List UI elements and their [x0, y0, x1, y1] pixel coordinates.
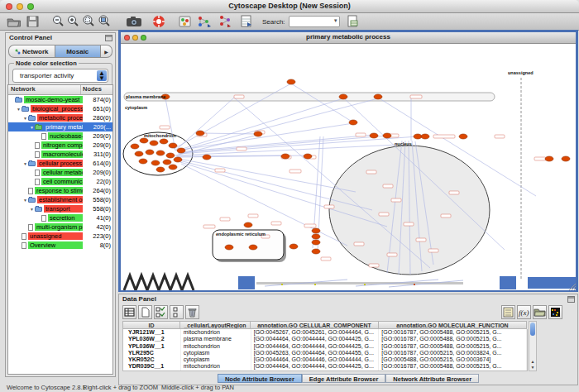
table-scrollbar[interactable]: ▲▼	[529, 321, 537, 371]
graph-node[interactable]	[545, 156, 553, 161]
form-icon[interactable]	[501, 305, 515, 319]
graph-node[interactable]	[169, 165, 177, 170]
tree-header-network[interactable]: Network	[8, 85, 81, 94]
tab-mosaic[interactable]: Mosaic	[55, 45, 102, 58]
graph-node[interactable]	[151, 160, 160, 165]
tree-row[interactable]: unassigned223(0)	[8, 232, 112, 241]
expand-arrow-icon[interactable]: ▼	[29, 125, 35, 130]
graph-node[interactable]	[160, 139, 168, 144]
tree-row[interactable]: multi-organism pro42(0)	[8, 222, 112, 232]
graph-node[interactable]	[249, 245, 257, 250]
tab-overflow-button[interactable]: ▶	[101, 45, 112, 58]
open-folder-icon[interactable]	[7, 15, 22, 28]
tree-header-nodes[interactable]: Nodes	[81, 85, 112, 94]
graph-node[interactable]	[349, 120, 357, 125]
network-canvas[interactable]: plasma membrane cytoplasm mitochondrion …	[121, 44, 576, 290]
table-row[interactable]: YPL036W__2plasma membrane[GO:0044464, GO…	[123, 336, 527, 342]
tree-row[interactable]: secretion41(0)	[8, 213, 112, 222]
graph-node[interactable]	[459, 134, 467, 139]
graph-node[interactable]	[135, 151, 143, 156]
graph-node[interactable]	[146, 150, 154, 155]
unselect-attributes-icon[interactable]	[170, 305, 184, 319]
column-header[interactable]: _cellularLayoutRegion	[180, 321, 251, 329]
search-input[interactable]: ▼	[289, 16, 340, 27]
graph-node[interactable]	[156, 167, 165, 172]
column-header[interactable]: annotation.GO CELLULAR_COMPONENT	[251, 321, 379, 329]
tree-row[interactable]: cellular metabol209(0)	[8, 168, 112, 177]
network-layout-icon[interactable]	[218, 15, 232, 28]
expand-arrow-icon[interactable]: ▼	[16, 107, 22, 112]
minimap-bar[interactable]	[528, 277, 576, 289]
annotation-import-icon[interactable]	[347, 15, 359, 28]
zoom-in-icon[interactable]	[67, 15, 79, 28]
graph-node[interactable]	[370, 133, 378, 138]
network-frame-titlebar[interactable]: primary metabolic process	[121, 32, 576, 44]
graph-node[interactable]	[225, 245, 233, 250]
tree-row[interactable]: ▼establishment of lo558(0)	[8, 195, 112, 204]
graph-node[interactable]	[150, 141, 158, 146]
tree-row[interactable]: macromolecule311(0)	[8, 150, 112, 159]
expand-arrow-icon[interactable]: ▼	[22, 116, 28, 121]
table-row[interactable]: YDR039C__1mitochondrion[GO:0044464, GO:0…	[123, 363, 527, 370]
graph-node[interactable]	[383, 133, 391, 138]
graph-node[interactable]	[166, 153, 175, 158]
graph-node[interactable]	[177, 148, 185, 153]
tree-row[interactable]: response to stimulu264(0)	[8, 186, 112, 195]
table-row[interactable]: YLR295Ccytoplasm[GO:0045263, GO:0044464,…	[123, 350, 527, 356]
expand-arrow-icon[interactable]: ▼	[29, 207, 35, 212]
table-row[interactable]: YKR052Ccytoplasm[GO:0044464, GO:0044446,…	[123, 356, 527, 363]
graph-node[interactable]	[139, 159, 147, 164]
delete-attribute-icon[interactable]	[185, 305, 199, 319]
tree-row[interactable]: ▼primary metabol209(...	[8, 122, 112, 131]
tree-row[interactable]: cell communicati22(0)	[8, 177, 112, 186]
graph-node[interactable]	[203, 155, 211, 160]
graph-node[interactable]	[174, 157, 182, 162]
graph-node[interactable]	[131, 144, 139, 149]
tree-row[interactable]: ▼metabolic process280(0)	[8, 113, 112, 122]
tab-network[interactable]: Network	[8, 45, 55, 58]
formula-icon[interactable]: f(x)	[517, 305, 531, 319]
graph-node[interactable]	[339, 94, 347, 99]
graph-node[interactable]	[562, 156, 570, 161]
minimap-handle-right[interactable]	[500, 276, 516, 289]
graph-node[interactable]	[163, 160, 171, 165]
expand-arrow-icon[interactable]: ▼	[22, 161, 28, 166]
tree-row[interactable]: ▼cellular process614(0)	[8, 159, 112, 168]
data-panel-float-icon[interactable]	[567, 296, 575, 303]
vizmapper-icon[interactable]	[179, 15, 191, 28]
column-header[interactable]: ID	[122, 321, 180, 329]
graph-node[interactable]	[374, 94, 382, 99]
tree-row[interactable]: nucleobase-co209(0)	[8, 131, 112, 141]
import-folder-icon[interactable]	[533, 305, 547, 319]
zoom-fit-icon[interactable]	[98, 15, 111, 28]
scrollbar-arrows-icon[interactable]: ▲▼	[529, 359, 536, 370]
scrollbar-thumb[interactable]	[530, 323, 535, 336]
zoom-selected-icon[interactable]	[82, 15, 95, 28]
search-dropdown-icon[interactable]: ▼	[333, 18, 338, 23]
graph-node[interactable]	[414, 134, 422, 139]
save-icon[interactable]	[26, 15, 39, 28]
graph-node[interactable]	[244, 222, 252, 227]
graph-node[interactable]	[156, 151, 165, 155]
table-row[interactable]: YJR121W__1mitochondrion[GO:0045267, GO:0…	[123, 329, 527, 336]
tree-row[interactable]: mosaic-demo-yeast874(0)	[8, 95, 112, 104]
color-attribute-select[interactable]: transporter activity ▲▼	[12, 69, 108, 83]
graph-node[interactable]	[254, 131, 262, 136]
expand-arrow-icon[interactable]: ▼	[22, 198, 28, 203]
graph-node[interactable]	[312, 240, 320, 245]
zoom-out-icon[interactable]	[52, 15, 65, 28]
graph-node[interactable]	[281, 154, 290, 159]
minimap-handle-left[interactable]	[238, 276, 255, 289]
graph-node[interactable]	[290, 244, 298, 249]
graph-node[interactable]	[304, 154, 312, 159]
help-ring-icon[interactable]	[152, 15, 165, 28]
tree-row[interactable]: Overview8(0)	[8, 241, 112, 250]
snapshot-camera-icon[interactable]	[126, 15, 142, 28]
new-attribute-icon[interactable]	[138, 305, 152, 319]
attribute-grid-icon[interactable]	[122, 305, 136, 319]
network-view-icon[interactable]	[197, 15, 212, 28]
graph-node[interactable]	[140, 138, 148, 143]
tree-row[interactable]: ▼transport558(0)	[8, 204, 112, 213]
graph-node[interactable]	[421, 134, 429, 139]
graph-node[interactable]	[287, 79, 295, 84]
